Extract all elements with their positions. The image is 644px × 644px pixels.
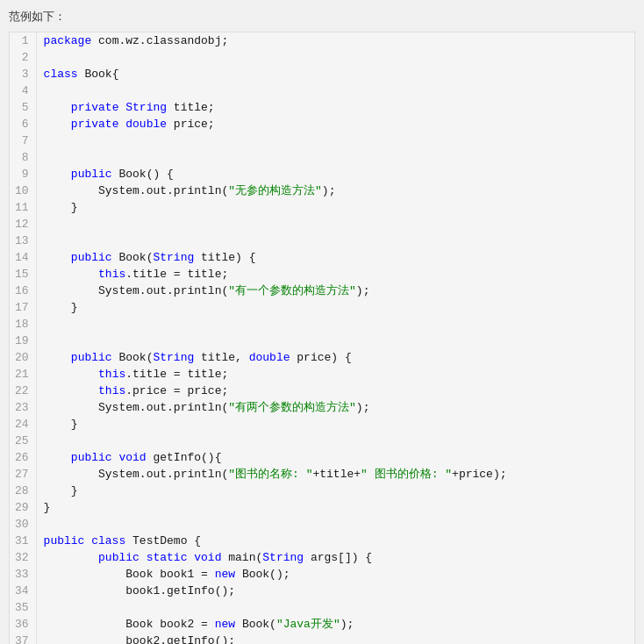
- line-number: 18: [10, 316, 36, 333]
- line-code: book1.getInfo();: [36, 583, 634, 599]
- line-code: [36, 333, 634, 349]
- code-block: 1package com.wz.classandobj;2 3class Boo…: [9, 32, 635, 644]
- line-code: class Book{: [36, 66, 634, 82]
- table-row: 17 }: [10, 299, 634, 316]
- line-code: [36, 82, 634, 99]
- table-row: 1package com.wz.classandobj;: [10, 32, 634, 49]
- table-row: 9 public Book() {: [10, 166, 634, 182]
- line-number: 33: [10, 566, 36, 583]
- code-table: 1package com.wz.classandobj;2 3class Boo…: [10, 32, 634, 644]
- line-code: [36, 599, 634, 616]
- line-number: 16: [10, 283, 36, 299]
- line-code: package com.wz.classandobj;: [36, 32, 634, 49]
- table-row: 23 System.out.println("有两个参数的构造方法");: [10, 399, 634, 416]
- line-code: [36, 233, 634, 249]
- line-number: 25: [10, 433, 36, 449]
- line-number: 8: [10, 149, 36, 166]
- line-number: 24: [10, 416, 36, 433]
- table-row: 11 }: [10, 199, 634, 216]
- line-code: this.title = title;: [36, 266, 634, 283]
- line-code: public static void main(String args[]) {: [36, 549, 634, 566]
- line-code: System.out.println("有一个参数的构造方法");: [36, 283, 634, 299]
- table-row: 20 public Book(String title, double pric…: [10, 349, 634, 366]
- line-number: 21: [10, 366, 36, 383]
- line-code: [36, 316, 634, 333]
- line-number: 17: [10, 299, 36, 316]
- table-row: 30: [10, 516, 634, 533]
- line-code: public Book() {: [36, 166, 634, 182]
- line-code: [36, 149, 634, 166]
- table-row: 12: [10, 216, 634, 233]
- line-number: 35: [10, 599, 36, 616]
- line-number: 4: [10, 82, 36, 99]
- intro-text: 范例如下：: [9, 9, 635, 25]
- line-number: 36: [10, 616, 36, 633]
- table-row: 27 System.out.println("图书的名称: "+title+" …: [10, 466, 634, 483]
- line-number: 10: [10, 182, 36, 199]
- table-row: 33 Book book1 = new Book();: [10, 566, 634, 583]
- table-row: 29}: [10, 499, 634, 516]
- line-number: 11: [10, 199, 36, 216]
- line-number: 30: [10, 516, 36, 533]
- table-row: 14 public Book(String title) {: [10, 249, 634, 266]
- table-row: 36 Book book2 = new Book("Java开发");: [10, 616, 634, 633]
- table-row: 15 this.title = title;: [10, 266, 634, 283]
- table-row: 6 private double price;: [10, 116, 634, 132]
- line-number: 27: [10, 466, 36, 483]
- line-number: 23: [10, 399, 36, 416]
- table-row: 7: [10, 132, 634, 149]
- table-row: 21 this.title = title;: [10, 366, 634, 383]
- line-code: [36, 132, 634, 149]
- line-code: public Book(String title, double price) …: [36, 349, 634, 366]
- table-row: 5 private String title;: [10, 99, 634, 116]
- line-code: private double price;: [36, 116, 634, 132]
- line-code: this.price = price;: [36, 383, 634, 399]
- line-code: Book book1 = new Book();: [36, 566, 634, 583]
- line-code: }: [36, 483, 634, 499]
- table-row: 24 }: [10, 416, 634, 433]
- line-code: book2.getInfo();: [36, 633, 634, 644]
- table-row: 18: [10, 316, 634, 333]
- line-number: 9: [10, 166, 36, 182]
- table-row: 2: [10, 49, 634, 66]
- line-code: }: [36, 299, 634, 316]
- line-number: 2: [10, 49, 36, 66]
- line-code: System.out.println("有两个参数的构造方法");: [36, 399, 634, 416]
- line-number: 3: [10, 66, 36, 82]
- line-number: 31: [10, 533, 36, 549]
- line-number: 6: [10, 116, 36, 132]
- table-row: 34 book1.getInfo();: [10, 583, 634, 599]
- table-row: 3class Book{: [10, 66, 634, 82]
- line-code: [36, 433, 634, 449]
- line-code: [36, 216, 634, 233]
- line-code: System.out.println("无参的构造方法");: [36, 182, 634, 199]
- table-row: 37 book2.getInfo();: [10, 633, 634, 644]
- line-number: 22: [10, 383, 36, 399]
- line-code: }: [36, 499, 634, 516]
- table-row: 4: [10, 82, 634, 99]
- line-number: 19: [10, 333, 36, 349]
- line-code: public Book(String title) {: [36, 249, 634, 266]
- line-code: System.out.println("图书的名称: "+title+" 图书的…: [36, 466, 634, 483]
- line-number: 12: [10, 216, 36, 233]
- line-number: 15: [10, 266, 36, 283]
- line-code: private String title;: [36, 99, 634, 116]
- table-row: 28 }: [10, 483, 634, 499]
- table-row: 32 public static void main(String args[]…: [10, 549, 634, 566]
- line-number: 1: [10, 32, 36, 49]
- table-row: 16 System.out.println("有一个参数的构造方法");: [10, 283, 634, 299]
- line-number: 34: [10, 583, 36, 599]
- line-number: 26: [10, 449, 36, 466]
- table-row: 8: [10, 149, 634, 166]
- line-code: Book book2 = new Book("Java开发");: [36, 616, 634, 633]
- line-code: public void getInfo(){: [36, 449, 634, 466]
- line-number: 28: [10, 483, 36, 499]
- line-code: }: [36, 199, 634, 216]
- table-row: 25: [10, 433, 634, 449]
- line-number: 37: [10, 633, 36, 644]
- line-number: 32: [10, 549, 36, 566]
- table-row: 31public class TestDemo {: [10, 533, 634, 549]
- line-code: [36, 516, 634, 533]
- table-row: 35: [10, 599, 634, 616]
- table-row: 22 this.price = price;: [10, 383, 634, 399]
